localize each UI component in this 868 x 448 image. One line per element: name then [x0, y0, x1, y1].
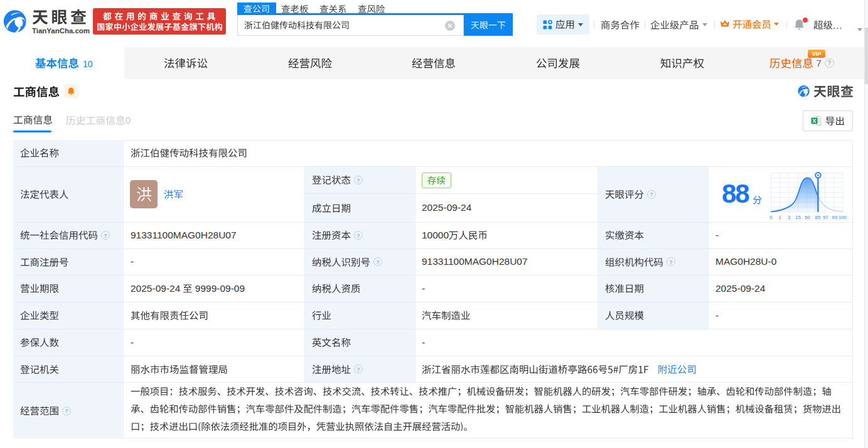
svg-text:0: 0 [769, 215, 773, 220]
svg-text:3: 3 [788, 215, 790, 220]
svg-text:99: 99 [832, 215, 837, 220]
svg-text:50: 50 [805, 215, 810, 220]
svg-text:97: 97 [823, 215, 828, 220]
svg-text:100: 100 [839, 215, 847, 220]
svg-text:15: 15 [795, 215, 801, 220]
svg-text:85: 85 [815, 215, 821, 220]
svg-text:1: 1 [778, 215, 781, 220]
